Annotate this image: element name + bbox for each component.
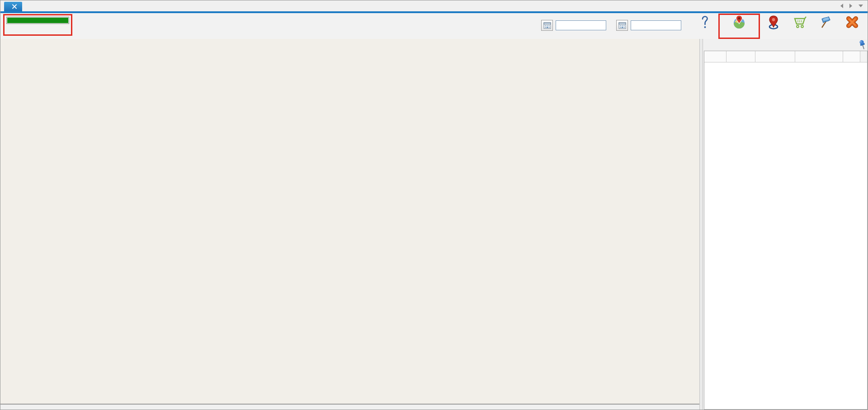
col-serial (755, 51, 795, 62)
col-select (843, 51, 860, 62)
date-range (541, 20, 684, 31)
map-pin-icon (766, 15, 781, 29)
exit-x-icon (845, 15, 859, 29)
from-calendar-button[interactable] (616, 20, 628, 31)
flag-icon (819, 15, 833, 29)
col-actions (704, 51, 726, 62)
live-location-button[interactable] (718, 14, 760, 39)
calendar-icon (618, 22, 626, 29)
scroll-left-icon[interactable] (840, 4, 843, 8)
map-viewport[interactable] (0, 39, 699, 404)
toolbar-buttons (541, 14, 865, 38)
openstreetmap-canvas[interactable] (0, 39, 699, 404)
start-button[interactable] (813, 14, 839, 38)
app-window (0, 0, 868, 410)
exit-button[interactable] (840, 14, 865, 38)
no-invoice-button[interactable] (787, 14, 812, 38)
live-location-icon (732, 15, 746, 29)
to-date-input[interactable] (556, 20, 606, 30)
panel-splitter[interactable] (699, 39, 703, 410)
panel-pin-row (703, 39, 868, 51)
show-points-button[interactable] (761, 14, 786, 38)
help-button[interactable] (692, 14, 717, 38)
calendar-icon (543, 22, 551, 29)
connection-progressbar (6, 17, 69, 24)
row-header-corner (860, 51, 867, 62)
close-icon[interactable] (12, 4, 17, 9)
chevron-down-icon[interactable] (859, 5, 863, 7)
device-panel (703, 39, 868, 410)
toolbar (0, 13, 868, 39)
to-calendar-button[interactable] (541, 20, 553, 31)
connection-status-box (3, 14, 72, 36)
tab-traveled-route[interactable] (4, 2, 22, 11)
cart-icon (793, 15, 807, 29)
col-device-name (795, 51, 843, 62)
col-image (726, 51, 755, 62)
tab-nav (840, 4, 863, 8)
from-date-input[interactable] (631, 20, 681, 30)
window-bottom-edge (0, 404, 699, 410)
scroll-right-icon[interactable] (849, 4, 852, 8)
device-table (704, 51, 868, 410)
question-icon (698, 15, 712, 29)
pushpin-icon[interactable] (857, 39, 868, 51)
tab-strip (0, 0, 868, 13)
